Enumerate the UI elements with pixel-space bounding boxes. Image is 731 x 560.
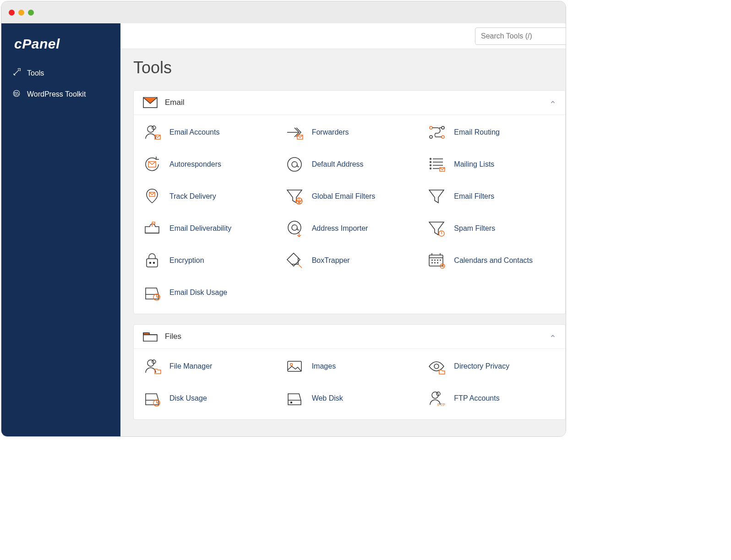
section-header-email[interactable]: Email xyxy=(134,91,565,115)
tool-label: FTP Accounts xyxy=(454,394,499,402)
search-input[interactable] xyxy=(475,27,566,45)
app-shell: cPanel Tools Wor xyxy=(1,23,566,436)
section-body-email: Email Accounts Forwarders xyxy=(134,115,565,314)
web-disk-icon xyxy=(284,388,305,408)
tool-directory-privacy[interactable]: Directory Privacy xyxy=(422,353,562,379)
close-window-icon[interactable] xyxy=(9,10,15,16)
brand-logo: cPanel xyxy=(1,32,120,63)
sidebar-item-wordpress-toolkit[interactable]: WordPress Toolkit xyxy=(1,84,120,105)
tool-email-deliverability[interactable]: Email Deliverability xyxy=(137,216,277,241)
tool-label: Autoresponders xyxy=(169,160,221,169)
tool-forwarders[interactable]: Forwarders xyxy=(280,120,420,145)
track-delivery-icon xyxy=(142,186,162,207)
mailing-lists-icon xyxy=(426,154,447,174)
svg-point-35 xyxy=(290,402,292,403)
section-email: Email xyxy=(133,90,566,314)
calendars-icon xyxy=(426,250,447,271)
tool-email-accounts[interactable]: Email Accounts xyxy=(137,120,277,145)
svg-point-8 xyxy=(430,136,432,138)
tool-label: Email Deliverability xyxy=(169,224,231,233)
page-title: Tools xyxy=(133,58,566,77)
svg-point-9 xyxy=(442,136,444,138)
tool-boxtrapper[interactable]: BoxTrapper xyxy=(280,248,420,273)
svg-point-6 xyxy=(430,126,432,129)
forwarders-icon xyxy=(284,122,305,142)
minimize-window-icon[interactable] xyxy=(18,10,24,16)
svg-rect-28 xyxy=(143,333,149,335)
tool-address-importer[interactable]: Address Importer xyxy=(280,216,420,241)
tool-label: Spam Filters xyxy=(454,224,495,233)
tool-images[interactable]: Images xyxy=(280,353,420,379)
browser-window: cPanel Tools Wor xyxy=(1,1,566,437)
svg-point-7 xyxy=(442,126,444,129)
svg-point-11 xyxy=(288,158,301,171)
tool-email-filters[interactable]: Email Filters xyxy=(422,184,562,209)
tool-ftp-accounts[interactable]: FTP FTP Accounts xyxy=(422,386,562,411)
tool-disk-usage[interactable]: Disk Usage xyxy=(137,386,277,411)
email-routing-icon xyxy=(426,122,447,142)
tool-label: Default Address xyxy=(312,160,364,169)
tool-file-manager[interactable]: File Manager xyxy=(137,353,277,379)
tool-label: Email Filters xyxy=(454,192,494,201)
tool-label: Web Disk xyxy=(312,394,343,402)
tool-autoresponders[interactable]: Autoresponders xyxy=(137,152,277,177)
tool-track-delivery[interactable]: Track Delivery xyxy=(137,184,277,209)
chevron-up-icon xyxy=(550,333,556,341)
tool-calendars-contacts[interactable]: Calendars and Contacts xyxy=(422,248,562,273)
tool-label: Directory Privacy xyxy=(454,362,509,370)
svg-point-22 xyxy=(150,262,151,264)
section-header-files[interactable]: Files xyxy=(134,325,565,349)
tool-label: Email Routing xyxy=(454,128,500,136)
svg-rect-21 xyxy=(147,259,158,267)
email-accounts-icon xyxy=(142,122,162,142)
tool-label: Images xyxy=(312,362,336,370)
tool-global-email-filters[interactable]: Global Email Filters xyxy=(280,184,420,209)
envelope-icon xyxy=(143,97,158,108)
email-filters-icon xyxy=(426,186,447,207)
file-manager-icon xyxy=(142,356,162,376)
tool-label: Track Delivery xyxy=(169,192,216,201)
section-body-files: File Manager Images xyxy=(134,349,565,419)
svg-point-23 xyxy=(153,262,155,264)
topbar xyxy=(120,23,566,49)
tool-label: Forwarders xyxy=(312,128,349,136)
tool-default-address[interactable]: Default Address xyxy=(280,152,420,177)
sidebar: cPanel Tools Wor xyxy=(1,23,120,436)
tool-label: Encryption xyxy=(169,256,204,265)
tool-label: Calendars and Contacts xyxy=(454,256,533,265)
main-area: Tools Email xyxy=(120,23,566,436)
boxtrapper-icon xyxy=(284,250,305,271)
tool-label: BoxTrapper xyxy=(312,256,350,265)
svg-text:FTP: FTP xyxy=(437,402,445,407)
section-files: Files xyxy=(133,324,566,420)
tool-label: Global Email Filters xyxy=(312,192,376,201)
content-area: Tools Email xyxy=(120,49,566,436)
tool-email-disk-usage[interactable]: Email Disk Usage xyxy=(137,280,277,305)
address-importer-icon xyxy=(284,218,305,239)
tool-email-routing[interactable]: Email Routing xyxy=(422,120,562,145)
sidebar-item-tools[interactable]: Tools xyxy=(1,63,120,84)
folder-icon xyxy=(143,331,158,342)
encryption-icon xyxy=(142,250,162,271)
sidebar-item-label: WordPress Toolkit xyxy=(27,90,86,98)
tool-spam-filters[interactable]: Spam Filters xyxy=(422,216,562,241)
svg-rect-31 xyxy=(288,361,301,371)
svg-point-14 xyxy=(430,165,431,166)
tool-label: Address Importer xyxy=(312,224,368,233)
tool-encryption[interactable]: Encryption xyxy=(137,248,277,273)
svg-point-19 xyxy=(288,221,301,234)
svg-point-33 xyxy=(434,364,439,369)
tool-label: Mailing Lists xyxy=(454,160,494,169)
autoresponders-icon xyxy=(142,154,162,174)
images-icon xyxy=(284,356,305,376)
maximize-window-icon[interactable] xyxy=(28,10,34,16)
chevron-up-icon xyxy=(550,99,556,107)
tool-mailing-lists[interactable]: Mailing Lists xyxy=(422,152,562,177)
tool-web-disk[interactable]: Web Disk xyxy=(280,386,420,411)
tool-label: Disk Usage xyxy=(169,394,207,402)
default-address-icon xyxy=(284,154,305,174)
section-title: Email xyxy=(165,98,542,107)
deliverability-icon xyxy=(142,218,162,239)
svg-point-13 xyxy=(430,162,431,163)
disk-usage-icon xyxy=(142,388,162,408)
